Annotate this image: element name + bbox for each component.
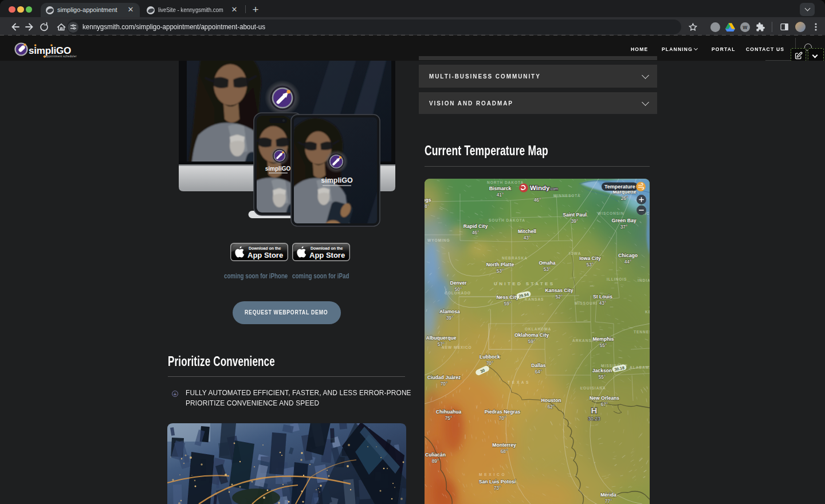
svg-text:simpliGO: simpliGO: [265, 166, 291, 172]
svg-text:MISSOURI: MISSOURI: [575, 301, 598, 305]
svg-text:KANSAS: KANSAS: [525, 297, 544, 301]
svg-text:.com: .com: [549, 187, 558, 191]
svg-text:Iowa City: Iowa City: [579, 255, 601, 261]
svg-text:46°: 46°: [534, 198, 541, 203]
svg-text:TENNESSEE: TENNESSEE: [634, 330, 650, 334]
svg-text:simpliGO: simpliGO: [321, 176, 353, 184]
svg-text:KENT: KENT: [645, 310, 650, 314]
svg-text:Bismarck: Bismarck: [489, 186, 512, 191]
svg-text:App Store: App Store: [309, 251, 345, 259]
svg-text:Saint Paul: Saint Paul: [563, 212, 587, 218]
svg-text:75°: 75°: [445, 416, 452, 421]
svg-text:77°: 77°: [605, 499, 612, 504]
svg-text:Monterrey: Monterrey: [492, 442, 516, 448]
svg-text:70°: 70°: [486, 361, 493, 366]
svg-text:Kansas City: Kansas City: [545, 288, 573, 293]
svg-text:App Store: App Store: [247, 251, 283, 259]
svg-text:Download on the: Download on the: [249, 246, 281, 250]
svg-text:Ness City: Ness City: [496, 294, 518, 300]
svg-text:46°: 46°: [472, 230, 479, 235]
svg-text:8°: 8°: [425, 204, 429, 209]
svg-text:70°: 70°: [441, 381, 447, 387]
svg-text:St Louis: St Louis: [593, 294, 612, 300]
svg-text:UNITED STATES: UNITED STATES: [494, 281, 555, 286]
svg-text:59°: 59°: [504, 301, 511, 306]
svg-text:Omaha: Omaha: [539, 260, 555, 266]
svg-text:WISCONSIN: WISCONSIN: [598, 211, 624, 215]
svg-text:59°: 59°: [528, 339, 535, 344]
svg-text:Oklahoma City: Oklahoma City: [514, 332, 549, 338]
svg-text:Chicago: Chicago: [618, 253, 638, 258]
svg-text:INDIANA: INDIANA: [638, 278, 650, 282]
svg-text:55°: 55°: [599, 375, 606, 380]
svg-text:30.23: 30.23: [588, 416, 600, 422]
svg-text:NORTH DAKOTA: NORTH DAKOTA: [487, 180, 524, 184]
svg-text:NEW MEXICO: NEW MEXICO: [442, 345, 472, 349]
svg-text:ALABAMA: ALABAMA: [630, 365, 650, 369]
svg-text:37°: 37°: [620, 225, 627, 230]
svg-text:89°: 89°: [432, 459, 439, 464]
svg-text:39°: 39°: [446, 316, 453, 321]
svg-text:53°: 53°: [544, 267, 551, 272]
svg-text:52°: 52°: [556, 294, 563, 300]
svg-text:Piedras Negras: Piedras Negras: [485, 409, 521, 415]
svg-text:Mitchell: Mitchell: [518, 229, 536, 234]
svg-text:Download on the: Download on the: [311, 246, 343, 250]
svg-text:Mérida: Mérida: [600, 492, 616, 498]
svg-text:NEBRASKA: NEBRASKA: [502, 256, 528, 260]
svg-text:53°: 53°: [587, 262, 594, 267]
svg-text:Albuquerque: Albuquerque: [426, 335, 457, 341]
svg-text:Culiacán: Culiacán: [425, 452, 446, 458]
svg-text:ILLINOIS: ILLINOIS: [607, 277, 627, 281]
svg-text:SOUTH DAKOTA: SOUTH DAKOTA: [489, 218, 525, 222]
svg-text:55°: 55°: [600, 343, 607, 348]
svg-text:simpliGO: simpliGO: [29, 45, 71, 56]
svg-text:57°: 57°: [438, 342, 445, 347]
svg-text:IOWA: IOWA: [569, 251, 581, 255]
svg-text:Denver: Denver: [450, 280, 467, 286]
svg-text:WYOMING: WYOMING: [427, 238, 450, 242]
svg-text:Ciudad Juárez: Ciudad Juárez: [427, 375, 461, 380]
svg-text:Windy: Windy: [530, 184, 550, 191]
svg-text:26°: 26°: [621, 196, 628, 201]
svg-text:Alamosa: Alamosa: [439, 309, 460, 314]
svg-text:73°: 73°: [494, 486, 501, 491]
svg-text:T E X A S: T E X A S: [508, 380, 529, 384]
svg-text:Chihuahua: Chihuahua: [436, 409, 462, 415]
svg-text:70°: 70°: [499, 416, 506, 421]
svg-text:Rapid City: Rapid City: [463, 223, 488, 229]
svg-text:North Platte: North Platte: [486, 262, 514, 267]
svg-text:Green Bay: Green Bay: [612, 218, 637, 223]
svg-text:MINNESOTA: MINNESOTA: [553, 194, 581, 198]
svg-text:44°: 44°: [624, 259, 631, 265]
svg-text:H: H: [591, 405, 598, 415]
svg-text:Dallas: Dallas: [531, 363, 546, 368]
svg-text:OKLAHOMA: OKLAHOMA: [525, 327, 551, 331]
svg-text:68°: 68°: [501, 449, 508, 454]
svg-text:64°: 64°: [535, 369, 542, 375]
svg-text:Memphis: Memphis: [592, 336, 614, 342]
svg-text:M E X I C O: M E X I C O: [479, 472, 505, 477]
svg-text:appointment scheduler: appointment scheduler: [45, 55, 77, 58]
svg-text:67°: 67°: [601, 402, 608, 407]
svg-text:43°: 43°: [599, 301, 606, 306]
svg-text:LOUISIANA: LOUISIANA: [580, 386, 606, 390]
svg-text:Houston: Houston: [541, 397, 561, 403]
svg-text:62°: 62°: [548, 404, 555, 410]
svg-text:San Luis Potosí: San Luis Potosí: [479, 479, 516, 485]
svg-text:50°: 50°: [455, 287, 462, 292]
svg-text:Lubbock: Lubbock: [480, 354, 500, 360]
svg-text:53°: 53°: [497, 269, 504, 274]
svg-text:39°: 39°: [571, 219, 578, 224]
svg-text:Jackson: Jackson: [592, 368, 612, 373]
svg-text:ngs: ngs: [425, 197, 431, 203]
svg-text:Temperature: Temperature: [604, 184, 635, 190]
svg-text:43°: 43°: [524, 235, 531, 241]
svg-text:41°: 41°: [497, 192, 504, 198]
svg-text:New Orleans: New Orleans: [590, 395, 619, 401]
